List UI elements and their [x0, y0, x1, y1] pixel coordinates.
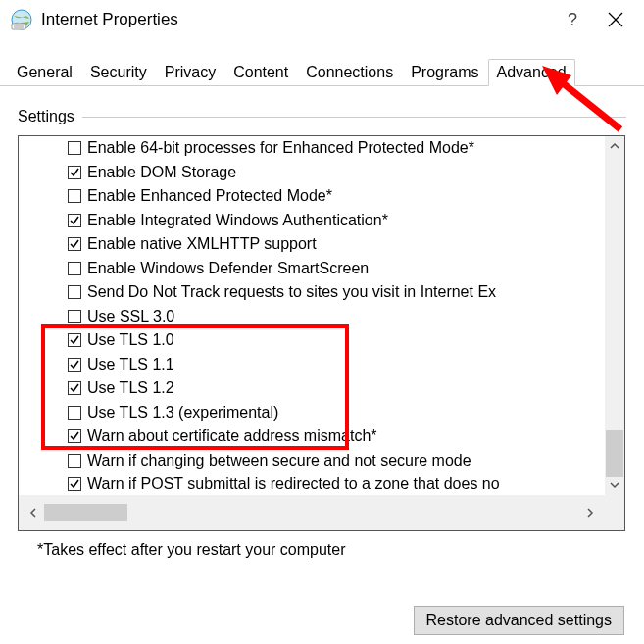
settings-header: Settings — [18, 108, 626, 125]
scroll-corner — [605, 495, 624, 530]
settings-listbox: Enable 64-bit processes for Enhanced Pro… — [18, 135, 625, 531]
option-label: Use SSL 3.0 — [87, 308, 174, 325]
settings-list-viewport[interactable]: Enable 64-bit processes for Enhanced Pro… — [19, 136, 605, 497]
checkbox[interactable] — [68, 310, 81, 323]
option-row[interactable]: Use TLS 1.2 — [19, 376, 605, 401]
tab-programs[interactable]: Programs — [402, 59, 487, 86]
tab-connections[interactable]: Connections — [297, 59, 402, 86]
option-label: Use TLS 1.1 — [87, 356, 174, 373]
option-label: Use TLS 1.2 — [87, 379, 174, 397]
option-row[interactable]: Use TLS 1.0 — [19, 328, 605, 353]
option-row[interactable]: Send Do Not Track requests to sites you … — [19, 280, 605, 305]
footnote-text: *Takes effect after you restart your com… — [37, 541, 626, 559]
option-row[interactable]: Enable 64-bit processes for Enhanced Pro… — [19, 136, 605, 161]
option-row[interactable]: Enable Integrated Windows Authentication… — [19, 209, 605, 233]
vertical-scrollbar[interactable] — [605, 136, 624, 495]
svg-rect-1 — [12, 24, 25, 29]
option-row[interactable]: Warn if changing between secure and not … — [19, 449, 605, 473]
scroll-left-button[interactable] — [26, 495, 40, 530]
option-row[interactable]: Enable native XMLHTTP support — [19, 232, 605, 257]
tab-privacy[interactable]: Privacy — [156, 59, 224, 86]
checkbox[interactable] — [68, 454, 81, 468]
tab-strip: General Security Privacy Content Connect… — [0, 59, 644, 86]
hscroll-thumb[interactable] — [44, 504, 127, 521]
restore-advanced-settings-button[interactable]: Restore advanced settings — [414, 606, 624, 635]
option-label: Warn if POST submittal is redirected to … — [87, 475, 500, 493]
scroll-right-button[interactable] — [583, 495, 597, 530]
checkbox[interactable] — [68, 381, 81, 395]
checkbox[interactable] — [68, 141, 81, 155]
help-button[interactable]: ? — [568, 10, 577, 30]
hscroll-track[interactable] — [44, 495, 579, 530]
checkbox[interactable] — [68, 285, 81, 299]
option-label: Enable Windows Defender SmartScreen — [87, 260, 369, 277]
option-label: Enable Enhanced Protected Mode* — [87, 187, 332, 205]
option-row[interactable]: Use SSL 3.0 — [19, 305, 605, 329]
checkbox[interactable] — [68, 429, 81, 443]
window-title: Internet Properties — [41, 10, 568, 29]
option-label: Warn if changing between secure and not … — [87, 452, 471, 470]
option-row[interactable]: Warn if POST submittal is redirected to … — [19, 472, 605, 497]
checkbox[interactable] — [68, 262, 81, 275]
checkbox[interactable] — [68, 406, 81, 420]
option-row[interactable]: Enable Windows Defender SmartScreen — [19, 257, 605, 281]
tab-general[interactable]: General — [8, 59, 81, 86]
option-row[interactable]: Use TLS 1.3 (experimental) — [19, 401, 605, 425]
tab-advanced[interactable]: Advanced — [488, 59, 575, 86]
settings-title: Settings — [18, 108, 74, 125]
option-label: Use TLS 1.0 — [87, 331, 174, 349]
option-label: Enable native XMLHTTP support — [87, 235, 317, 253]
option-label: Enable Integrated Windows Authentication… — [87, 212, 388, 229]
checkbox[interactable] — [68, 477, 81, 491]
option-label: Warn about certificate address mismatch* — [87, 427, 377, 445]
rule-line — [82, 117, 626, 118]
scroll-down-button[interactable] — [605, 475, 624, 495]
option-label: Send Do Not Track requests to sites you … — [87, 283, 496, 301]
checkbox[interactable] — [68, 166, 81, 179]
tab-content[interactable]: Content — [224, 59, 297, 86]
internet-options-icon — [10, 8, 33, 31]
close-button[interactable] — [607, 11, 624, 28]
checkbox[interactable] — [68, 333, 81, 347]
tab-security[interactable]: Security — [81, 59, 156, 86]
option-row[interactable]: Enable DOM Storage — [19, 161, 605, 185]
option-label: Enable 64-bit processes for Enhanced Pro… — [87, 139, 474, 157]
scroll-up-button[interactable] — [605, 136, 624, 156]
scroll-thumb[interactable] — [606, 430, 623, 477]
horizontal-scrollbar[interactable] — [19, 495, 605, 530]
option-label: Use TLS 1.3 (experimental) — [87, 404, 278, 421]
option-row[interactable]: Warn about certificate address mismatch* — [19, 424, 605, 449]
option-row[interactable]: Use TLS 1.1 — [19, 353, 605, 377]
checkbox[interactable] — [68, 189, 81, 203]
window-titlebar: Internet Properties ? — [0, 0, 644, 39]
option-row[interactable]: Enable Enhanced Protected Mode* — [19, 184, 605, 209]
option-label: Enable DOM Storage — [87, 164, 236, 181]
checkbox[interactable] — [68, 358, 81, 372]
checkbox[interactable] — [68, 214, 81, 227]
checkbox[interactable] — [68, 237, 81, 251]
